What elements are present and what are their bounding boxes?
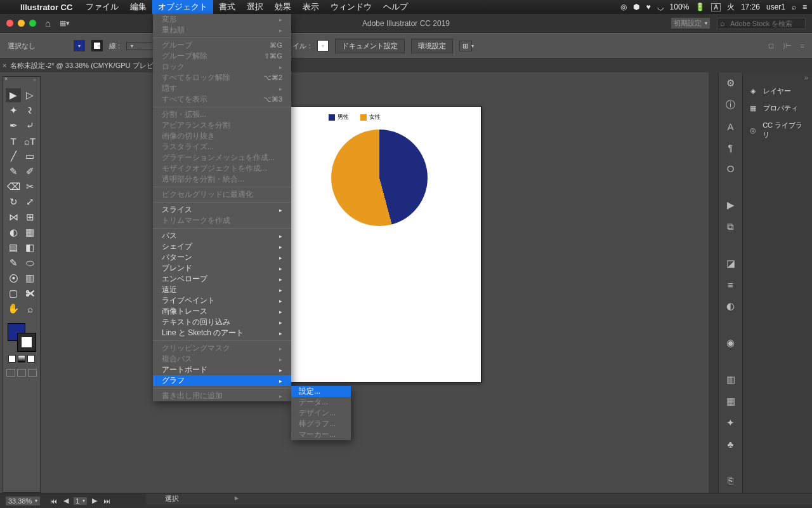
arrange-icon[interactable]: ▦▾ (60, 19, 70, 27)
appearance-icon[interactable]: ◉ (724, 337, 737, 349)
cc-icon[interactable]: ◎ (620, 3, 627, 11)
menu-item[interactable]: テキストの回り込み (153, 317, 291, 328)
spotlight-icon[interactable]: ⌕ (792, 3, 796, 11)
horizontal-scrollbar[interactable]: 選択 ▶ (146, 493, 812, 504)
magic-wand-tool[interactable]: ✦ (6, 104, 21, 117)
align-icon[interactable]: ≡ (724, 279, 737, 290)
stroke-weight[interactable] (126, 42, 157, 50)
draw-behind-icon[interactable] (17, 369, 26, 377)
prev-page-icon[interactable]: ◀ (62, 497, 70, 505)
paintbrush-tool[interactable]: ✎ (6, 164, 21, 178)
preferences-button[interactable]: 環境設定 (411, 39, 453, 53)
draw-inside-icon[interactable] (28, 369, 37, 377)
menu-help[interactable]: ヘルプ (377, 0, 414, 14)
menu-item[interactable]: 遠近 (153, 284, 291, 295)
touch-type-tool[interactable]: ⌕T (22, 134, 37, 148)
menu-effect[interactable]: 効果 (269, 0, 297, 14)
menu-item[interactable]: 画像トレース (153, 306, 291, 317)
fill-stroke-control[interactable] (8, 323, 36, 351)
shape-builder-tool[interactable]: ◐ (6, 225, 21, 239)
symbol-sprayer-tool[interactable]: ⦿ (6, 271, 21, 285)
document-tab[interactable]: × 名称未設定-2* @ 33.38% (CMYK/GPU プレビュ (0, 58, 812, 72)
gradient-tool[interactable]: ◧ (22, 241, 37, 255)
lasso-tool[interactable]: Ꝛ (22, 104, 37, 117)
fill-swatch[interactable] (74, 40, 85, 51)
workspace-switcher[interactable]: 初期設定 (671, 17, 710, 29)
artboard-tool[interactable]: ▢ (6, 286, 21, 300)
asset-export-icon[interactable]: ⎘ (724, 475, 737, 486)
artboard[interactable]: 男性 女性 (284, 107, 481, 382)
style-swatch[interactable] (317, 40, 329, 51)
selection-tool[interactable]: ▶ (6, 88, 21, 102)
stroke-color-icon[interactable] (18, 333, 36, 351)
zoom-tool[interactable]: ⌕ (22, 302, 37, 316)
pencil-tool[interactable]: ✐ (22, 164, 37, 178)
menu-item[interactable]: ライブペイント (153, 295, 291, 306)
input-icon[interactable]: A (711, 3, 721, 11)
align-to[interactable]: ⊞ (459, 41, 472, 51)
rotate-tool[interactable]: ↻ (6, 195, 21, 209)
vertical-scrollbar[interactable] (709, 72, 718, 493)
stroke-swatch[interactable] (91, 40, 103, 51)
menu-item[interactable]: グラフ (153, 375, 291, 386)
eyedropper-tool[interactable]: ✎ (6, 256, 21, 270)
stock-search-input[interactable] (717, 18, 806, 29)
close-tab-icon[interactable]: × (3, 62, 6, 69)
brushes-icon[interactable]: ♣ (724, 439, 737, 450)
color-mode-icon[interactable] (8, 355, 16, 363)
menu-item[interactable]: スライス (153, 204, 291, 215)
first-page-icon[interactable]: ⏮ (48, 497, 59, 505)
submenu-item[interactable]: 設定... (291, 386, 351, 397)
graph-tool[interactable]: ▥ (22, 271, 37, 285)
transparency-icon[interactable]: ◐ (724, 300, 737, 312)
menu-extras-icon[interactable]: ≡ (802, 3, 807, 11)
zoom-level[interactable]: 33.38% (5, 496, 41, 506)
eraser-tool[interactable]: ⌫ (6, 180, 21, 194)
page-number[interactable]: 1 (73, 497, 88, 505)
hand-tool[interactable]: ✋ (6, 302, 21, 316)
perspective-tool[interactable]: ▦ (22, 225, 37, 239)
menu-item[interactable]: Line と Sketch のアート (153, 328, 291, 338)
actions-icon[interactable]: ▶ (724, 199, 737, 211)
pie-chart[interactable] (331, 130, 428, 226)
dropbox-icon[interactable]: ⬢ (633, 3, 639, 11)
symbols-icon[interactable]: ✦ (724, 417, 737, 429)
panel-menu-icon[interactable]: ≡ (801, 42, 804, 50)
menu-file[interactable]: ファイル (80, 0, 124, 14)
document-setup-button[interactable]: ドキュメント設定 (335, 39, 405, 53)
panel-collapse-icon[interactable]: » (33, 77, 36, 83)
slice-tool[interactable]: ✀ (22, 286, 37, 300)
gradient-mode-icon[interactable] (18, 355, 25, 363)
app-name[interactable]: Illustrator CC (20, 3, 72, 12)
menu-item[interactable]: パス (153, 231, 291, 241)
menu-item[interactable]: ブレンド (153, 263, 291, 274)
user-name[interactable]: user1 (766, 3, 785, 11)
bluetooth-icon[interactable]: ♥ (646, 3, 650, 11)
opentype-icon[interactable]: O (724, 163, 737, 174)
minimize-window-icon[interactable] (18, 20, 25, 27)
panel-close-icon[interactable]: × (4, 76, 8, 82)
canvas-area[interactable]: 男性 女性 (41, 72, 718, 493)
color-icon[interactable]: ▥ (724, 374, 737, 385)
battery-icon[interactable]: 🔋 (695, 3, 705, 11)
blend-tool[interactable]: ⬭ (22, 256, 37, 270)
curvature-tool[interactable]: ⤶ (22, 119, 37, 133)
rectangle-tool[interactable]: ▭ (22, 149, 37, 163)
menu-edit[interactable]: 編集 (124, 0, 152, 14)
menu-select[interactable]: 選択 (241, 0, 269, 14)
menu-window[interactable]: ウィンドウ (325, 0, 377, 14)
width-tool[interactable]: ⋈ (6, 210, 21, 224)
line-tool[interactable]: ╱ (6, 149, 21, 163)
menu-view[interactable]: 表示 (297, 0, 325, 14)
zoom-window-icon[interactable] (29, 20, 36, 27)
menu-item[interactable]: パターン (153, 252, 291, 263)
swatches-icon[interactable]: ▦ (724, 396, 737, 407)
links-icon[interactable]: ⧉ (724, 221, 737, 232)
pen-tool[interactable]: ✒ (6, 119, 21, 133)
isolate-icon[interactable]: ⊡ (768, 42, 774, 50)
wifi-icon[interactable]: ◡ (657, 3, 664, 11)
char-icon[interactable]: A (724, 121, 737, 132)
menu-item[interactable]: エンベロープ (153, 274, 291, 284)
next-page-icon[interactable]: ▶ (90, 497, 99, 505)
panel-collapse-icon[interactable]: » (743, 72, 812, 83)
